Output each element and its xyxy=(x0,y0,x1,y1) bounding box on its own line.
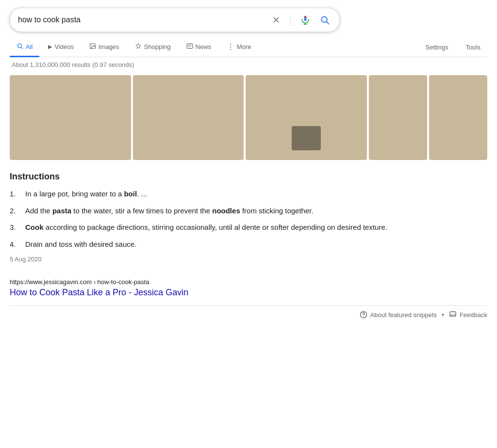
source-url: https://www.jessicagavin.com › how-to-co… xyxy=(10,278,487,286)
search-bar xyxy=(10,8,340,32)
tab-news[interactable]: News xyxy=(180,38,218,57)
list-item: 1. In a large pot, bring water to a boil… xyxy=(10,189,487,200)
svg-point-12 xyxy=(364,316,364,317)
svg-point-7 xyxy=(91,45,92,46)
step-text-4: Drain and toss with desired sauce. xyxy=(25,239,136,250)
videos-tab-icon: ▶ xyxy=(48,44,52,50)
all-tab-icon xyxy=(17,43,23,51)
step-num-3: 3. xyxy=(10,222,21,233)
about-snippets[interactable]: About featured snippets xyxy=(360,311,437,319)
svg-line-3 xyxy=(327,22,329,24)
instructions-section: Instructions 1. In a large pot, bring wa… xyxy=(10,170,487,278)
list-item: 3. Cook according to package directions,… xyxy=(10,222,487,233)
results-count: About 1,310,000,000 results (0.97 second… xyxy=(10,61,487,68)
pasta-image-3[interactable] xyxy=(246,75,367,160)
step-num-1: 1. xyxy=(10,189,21,200)
search-bar-row xyxy=(10,8,487,32)
list-item: 4. Drain and toss with desired sauce. xyxy=(10,239,487,250)
tab-news-label: News xyxy=(196,43,212,50)
search-icon xyxy=(320,15,330,25)
result-title-link[interactable]: How to Cook Pasta Like a Pro - Jessica G… xyxy=(10,288,487,298)
pasta-image-1[interactable] xyxy=(10,75,131,160)
nav-right: Settings Tools xyxy=(419,39,487,56)
footer-bar: About featured snippets • Feedback xyxy=(10,305,487,323)
svg-line-5 xyxy=(21,48,23,49)
search-input[interactable] xyxy=(18,16,270,24)
shopping-tab-icon xyxy=(135,43,142,51)
nav-tabs: All ▶ Videos Images Shopping xyxy=(10,38,487,57)
tab-all[interactable]: All xyxy=(10,38,39,57)
tab-all-label: All xyxy=(26,43,33,50)
tab-videos[interactable]: ▶ Videos xyxy=(41,38,81,57)
tab-more[interactable]: ⋮ More xyxy=(220,38,258,57)
help-circle-icon xyxy=(360,311,367,319)
mic-icon xyxy=(300,15,310,25)
divider xyxy=(290,14,291,26)
tab-videos-label: Videos xyxy=(54,43,74,50)
tab-images[interactable]: Images xyxy=(83,38,126,57)
tab-images-label: Images xyxy=(99,43,119,50)
step-text-2: Add the pasta to the water, stir a few t… xyxy=(25,206,314,217)
about-snippets-label: About featured snippets xyxy=(370,311,437,319)
result-date: 5 Aug 2020 xyxy=(10,256,487,263)
footer-separator: • xyxy=(442,311,444,319)
instructions-list: 1. In a large pot, bring water to a boil… xyxy=(10,189,487,250)
step-text-3: Cook according to package directions, st… xyxy=(25,222,387,233)
feedback-icon xyxy=(449,311,457,319)
search-submit-button[interactable] xyxy=(318,13,331,27)
tab-more-label: More xyxy=(237,43,251,50)
close-icon xyxy=(272,16,281,24)
step-num-2: 2. xyxy=(10,206,21,217)
feedback-label: Feedback xyxy=(460,311,487,319)
step-num-4: 4. xyxy=(10,239,21,250)
tools-button[interactable]: Tools xyxy=(459,39,487,56)
clear-button[interactable] xyxy=(270,14,282,26)
mic-button[interactable] xyxy=(298,13,312,27)
search-icons xyxy=(270,13,331,27)
tab-shopping[interactable]: Shopping xyxy=(128,38,178,57)
images-strip[interactable] xyxy=(10,75,487,160)
news-tab-icon xyxy=(186,43,193,51)
pasta-image-5[interactable] xyxy=(429,75,487,160)
svg-rect-8 xyxy=(187,44,193,48)
list-item: 2. Add the pasta to the water, stir a fe… xyxy=(10,206,487,217)
tab-shopping-label: Shopping xyxy=(144,43,171,50)
step-text-1: In a large pot, bring water to a boil. .… xyxy=(25,189,147,200)
instructions-title: Instructions xyxy=(10,172,487,182)
feedback-button[interactable]: Feedback xyxy=(449,311,487,319)
settings-button[interactable]: Settings xyxy=(419,39,455,56)
pasta-image-4[interactable] xyxy=(369,75,427,160)
images-tab-icon xyxy=(89,43,96,51)
pasta-image-2[interactable] xyxy=(133,75,244,160)
more-tab-icon: ⋮ xyxy=(227,43,234,51)
